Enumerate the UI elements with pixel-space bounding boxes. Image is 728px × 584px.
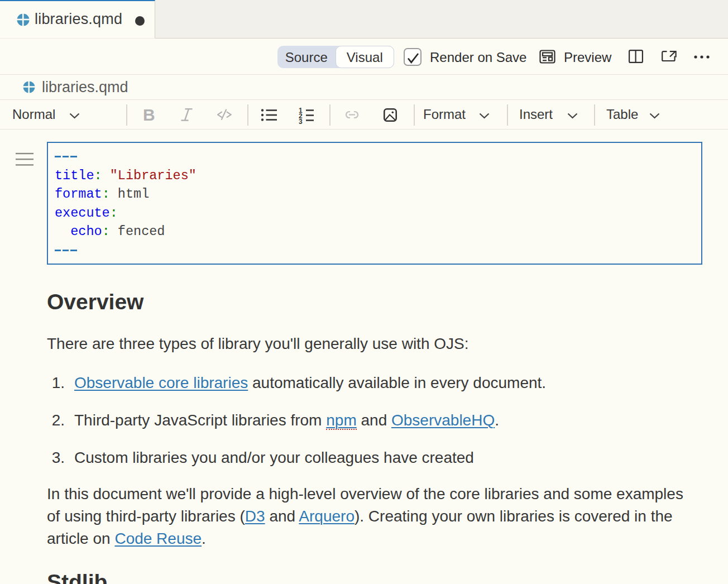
svg-text:3: 3	[299, 118, 303, 125]
